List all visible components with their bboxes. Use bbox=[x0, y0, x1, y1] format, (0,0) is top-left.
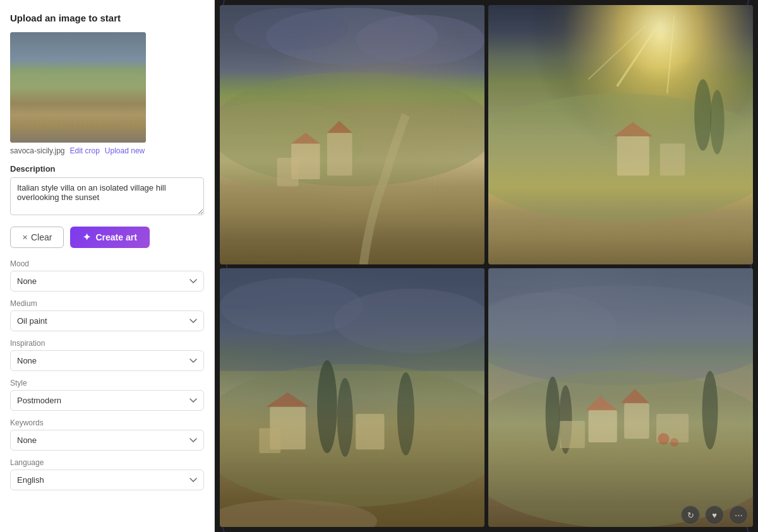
medium-label: Medium bbox=[10, 299, 204, 308]
x-icon: ✕ bbox=[22, 233, 28, 242]
art-grid bbox=[215, 0, 758, 532]
svg-point-45 bbox=[670, 438, 679, 447]
refresh-button[interactable]: ↻ bbox=[681, 505, 700, 524]
svg-point-15 bbox=[694, 79, 711, 150]
language-select[interactable]: English Spanish French German Italian Po… bbox=[10, 470, 204, 490]
svg-point-44 bbox=[658, 433, 669, 444]
svg-rect-41 bbox=[560, 421, 585, 448]
sparkle-icon: ✦ bbox=[83, 232, 91, 243]
svg-rect-6 bbox=[327, 133, 352, 175]
language-label: Language bbox=[10, 458, 204, 467]
svg-rect-7 bbox=[277, 158, 299, 186]
description-label: Description bbox=[10, 164, 204, 174]
clear-label: Clear bbox=[31, 232, 52, 242]
svg-point-35 bbox=[546, 376, 560, 451]
keywords-group: Keywords None Landscape Portrait Archite… bbox=[10, 418, 204, 451]
create-art-button[interactable]: ✦ Create art bbox=[70, 227, 149, 248]
mood-select[interactable]: None Happy Sad Dramatic Peaceful Energet… bbox=[10, 271, 204, 292]
right-panel: ↻ ♥ ⋯ bbox=[215, 0, 758, 532]
art-image-4 bbox=[488, 268, 753, 528]
art-cell-2[interactable] bbox=[488, 5, 753, 264]
mood-label: Mood bbox=[10, 259, 204, 268]
svg-point-25 bbox=[337, 378, 353, 457]
image-meta: savoca-sicily.jpg Edit crop Upload new bbox=[10, 146, 204, 155]
medium-select[interactable]: Oil paint Watercolor Acrylic Pencil Digi… bbox=[10, 310, 204, 331]
style-select[interactable]: None Classic Modern Contemporary Postmod… bbox=[10, 390, 204, 411]
heart-button[interactable]: ♥ bbox=[705, 505, 724, 524]
uploaded-image bbox=[10, 32, 146, 143]
action-buttons: ✕ Clear ✦ Create art bbox=[10, 227, 204, 248]
art-image-1 bbox=[220, 5, 484, 264]
keywords-select[interactable]: None Landscape Portrait Architecture Nat… bbox=[10, 430, 204, 451]
art-image-2 bbox=[488, 5, 753, 264]
image-upload-area: savoca-sicily.jpg Edit crop Upload new bbox=[10, 32, 204, 155]
svg-rect-38 bbox=[589, 410, 617, 442]
svg-rect-19 bbox=[660, 143, 685, 175]
refresh-icon: ↻ bbox=[687, 511, 694, 520]
style-group: Style None Classic Modern Contemporary P… bbox=[10, 379, 204, 411]
svg-rect-39 bbox=[624, 403, 649, 439]
art-image-3 bbox=[220, 268, 484, 528]
heart-icon: ♥ bbox=[712, 511, 717, 520]
svg-rect-30 bbox=[259, 428, 280, 453]
svg-point-24 bbox=[317, 360, 337, 452]
inspiration-select[interactable]: None Impressionism Realism Abstract Surr… bbox=[10, 350, 204, 371]
art-cell-1[interactable] bbox=[220, 5, 484, 264]
more-options-button[interactable]: ⋯ bbox=[729, 505, 748, 524]
mood-group: Mood None Happy Sad Dramatic Peaceful En… bbox=[10, 259, 204, 292]
language-group: Language English Spanish French German I… bbox=[10, 458, 204, 490]
art-cell-3[interactable] bbox=[220, 268, 484, 528]
svg-rect-28 bbox=[356, 413, 384, 449]
page-title: Upload an image to start bbox=[10, 13, 204, 23]
image-filename: savoca-sicily.jpg bbox=[10, 146, 64, 155]
create-art-label: Create art bbox=[95, 232, 136, 242]
art-cell-4[interactable] bbox=[488, 268, 753, 528]
keywords-label: Keywords bbox=[10, 418, 204, 427]
description-input[interactable]: Italian style villa on an isolated villa… bbox=[10, 177, 204, 215]
more-icon: ⋯ bbox=[735, 511, 743, 520]
left-panel: Upload an image to start savoca-sicily.j… bbox=[0, 0, 215, 532]
inspiration-label: Inspiration bbox=[10, 339, 204, 348]
style-label: Style bbox=[10, 379, 204, 387]
svg-point-2 bbox=[356, 15, 484, 65]
upload-new-link[interactable]: Upload new bbox=[105, 146, 145, 155]
svg-rect-17 bbox=[617, 136, 649, 175]
svg-point-37 bbox=[702, 370, 718, 449]
edit-crop-link[interactable]: Edit crop bbox=[69, 146, 99, 155]
bottom-controls: ↻ ♥ ⋯ bbox=[681, 505, 748, 524]
svg-point-26 bbox=[397, 372, 414, 455]
svg-point-1 bbox=[234, 8, 349, 50]
medium-group: Medium Oil paint Watercolor Acrylic Penc… bbox=[10, 299, 204, 331]
svg-point-16 bbox=[710, 90, 725, 154]
svg-point-22 bbox=[334, 288, 484, 353]
clear-button[interactable]: ✕ Clear bbox=[10, 227, 64, 248]
image-preview bbox=[10, 32, 146, 143]
inspiration-group: Inspiration None Impressionism Realism A… bbox=[10, 339, 204, 371]
